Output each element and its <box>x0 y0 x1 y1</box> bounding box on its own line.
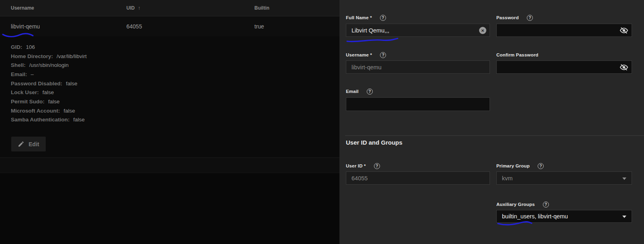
username-label: Username * ? <box>346 52 386 58</box>
clear-icon[interactable]: ✕ <box>479 27 486 34</box>
primary-group-value: kvm <box>502 175 513 181</box>
auxiliary-groups-select[interactable]: builtin_users, libvirt-qemu <box>496 210 632 223</box>
edit-button-label: Edit <box>28 141 39 147</box>
toggle-confirm-password-visibility-button[interactable] <box>619 63 629 72</box>
detail-password-disabled: Password Disabled:false <box>11 79 87 88</box>
table-row[interactable]: libvirt-qemu 64055 true <box>0 16 339 36</box>
column-header-username[interactable]: Username <box>11 0 34 16</box>
confirm-password-label: Confirm Password <box>496 52 538 58</box>
primary-group-label: Primary Group ? <box>496 163 544 169</box>
cell-builtin: true <box>254 16 264 36</box>
column-header-uid[interactable]: UID ↑ <box>126 0 140 16</box>
auxiliary-groups-label: Auxiliary Groups ? <box>496 201 549 208</box>
cell-username: libvirt-qemu <box>11 16 40 36</box>
cell-uid: 64055 <box>126 16 142 36</box>
confirm-password-input[interactable] <box>496 60 632 74</box>
help-icon[interactable]: ? <box>374 163 380 169</box>
auxiliary-groups-value: builtin_users, libvirt-qemu <box>502 213 568 220</box>
help-icon[interactable]: ? <box>538 163 544 169</box>
detail-home-directory: Home Directory:/var/lib/libvirt <box>11 52 87 61</box>
user-id-label: User ID * ? <box>346 163 380 169</box>
help-icon[interactable]: ? <box>367 89 373 95</box>
help-icon[interactable]: ? <box>380 52 386 58</box>
detail-permit-sudo: Permit Sudo:false <box>11 97 87 106</box>
section-divider <box>345 135 644 136</box>
full-name-input[interactable] <box>346 24 490 37</box>
toggle-password-visibility-button[interactable] <box>619 26 629 35</box>
password-input[interactable] <box>496 24 632 37</box>
email-input[interactable] <box>346 97 490 111</box>
help-icon[interactable]: ? <box>543 202 549 208</box>
detail-samba-authentication: Samba Authentication:false <box>11 115 87 125</box>
full-name-label: Full Name * ? <box>346 14 386 21</box>
section-heading: User ID and Groups <box>346 139 402 146</box>
help-icon[interactable]: ? <box>527 15 533 21</box>
user-id-input[interactable] <box>346 171 490 185</box>
table-empty-area <box>0 173 339 244</box>
eye-slash-icon <box>620 63 628 72</box>
help-icon[interactable]: ? <box>380 15 386 21</box>
empty-row <box>0 158 339 173</box>
email-label: Email ? <box>346 88 373 95</box>
sort-ascending-icon: ↑ <box>138 5 140 11</box>
primary-group-select[interactable]: kvm <box>496 171 632 185</box>
detail-shell: Shell:/usr/sbin/nologin <box>11 60 87 70</box>
detail-microsoft-account: Microsoft Account:false <box>11 106 87 115</box>
user-details-list: GID:106 Home Directory:/var/lib/libvirt … <box>11 42 87 124</box>
table-header: Username UID ↑ Builtin <box>0 0 339 16</box>
eye-slash-icon <box>620 26 628 35</box>
edit-button[interactable]: Edit <box>11 137 46 151</box>
users-table-panel: Username UID ↑ Builtin libvirt-qemu 6405… <box>0 0 339 244</box>
chevron-down-icon <box>622 177 626 180</box>
password-label: Password ? <box>496 14 533 21</box>
detail-lock-user: Lock User:false <box>11 88 87 97</box>
detail-email: Email:– <box>11 70 87 79</box>
detail-gid: GID:106 <box>11 42 87 52</box>
chevron-down-icon <box>622 216 626 218</box>
username-input[interactable] <box>346 60 490 74</box>
column-header-builtin[interactable]: Builtin <box>254 0 269 16</box>
pencil-icon <box>18 141 24 147</box>
users-screen: Username UID ↑ Builtin libvirt-qemu 6405… <box>0 0 644 244</box>
